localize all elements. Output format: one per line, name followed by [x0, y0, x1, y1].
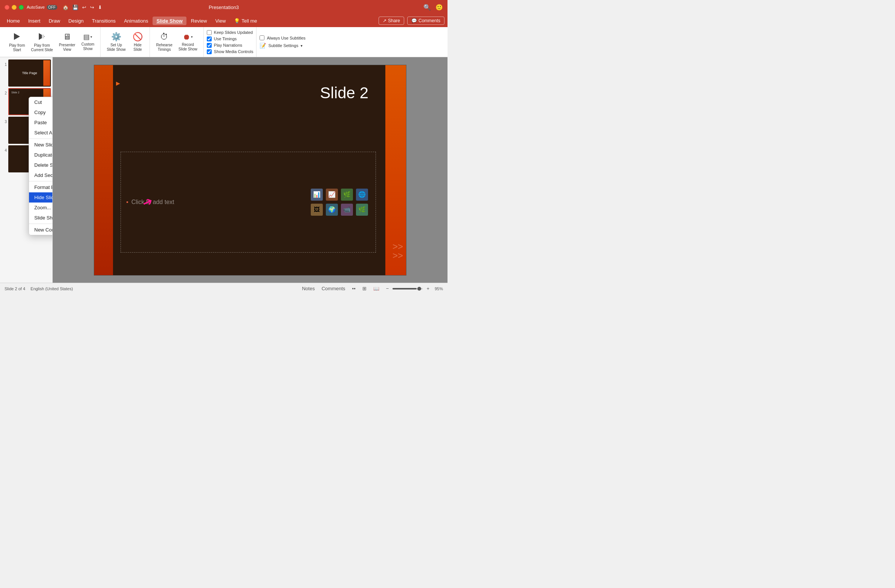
use-timings-checkbox[interactable]: [207, 37, 212, 41]
autosave-toggle[interactable]: OFF: [47, 5, 57, 10]
status-comments-button[interactable]: Comments: [320, 285, 347, 292]
play-narrations-checkbox[interactable]: [207, 43, 212, 48]
traffic-lights[interactable]: [5, 5, 24, 10]
comments-button[interactable]: 💬Comments: [407, 17, 444, 25]
normal-view-button[interactable]: ▪▪: [351, 285, 357, 292]
show-media-label: Show Media Controls: [214, 49, 254, 54]
title-bar-controls: 🏠 💾 ↩ ↪ ⬇: [63, 5, 102, 10]
customize-icon[interactable]: ⬇: [98, 5, 102, 10]
close-button[interactable]: [5, 5, 9, 10]
search-icon[interactable]: 🔍: [423, 4, 431, 11]
ctx-select-all[interactable]: Select All ⌘A: [29, 128, 53, 138]
menu-draw[interactable]: Draw: [45, 17, 64, 25]
slide-thumbnail-1[interactable]: Title Page: [8, 59, 51, 87]
ctx-new-slide[interactable]: New Slide ⇧⌘N: [29, 140, 53, 150]
ctx-divider-3: [29, 224, 53, 224]
ctx-delete[interactable]: Delete Slide: [29, 160, 53, 170]
reading-view-button[interactable]: 📖: [372, 285, 381, 292]
ribbon-btn-play-current[interactable]: Play fromCurrent Slide: [28, 30, 56, 54]
play-narrations-option[interactable]: Play Narrations: [207, 43, 242, 48]
always-subtitles-option[interactable]: Always Use Subtitles: [260, 35, 305, 40]
ctx-new-comment-label: New Comment: [34, 227, 53, 233]
ctx-slide-show-label: Slide Show: [34, 215, 53, 221]
menu-insert[interactable]: Insert: [24, 17, 44, 25]
slide-num-3: 3: [2, 120, 7, 124]
title-bar: AutoSave OFF 🏠 💾 ↩ ↪ ⬇ Presentation3 🔍 🙂: [0, 0, 448, 14]
content-icon-video: 📹: [341, 204, 353, 216]
menu-animations[interactable]: Animations: [120, 17, 152, 25]
menu-home[interactable]: Home: [3, 17, 24, 25]
use-timings-option[interactable]: Use Timings: [207, 37, 237, 41]
undo-icon[interactable]: ↩: [82, 5, 86, 10]
menu-design[interactable]: Design: [65, 17, 87, 25]
emoji-icon[interactable]: 🙂: [435, 4, 443, 11]
play-start-icon: [14, 32, 20, 42]
ctx-copy[interactable]: Copy ⌘C: [29, 107, 53, 117]
subtitle-settings-option[interactable]: 📝 Subtitle Settings ▾: [260, 43, 302, 49]
ribbon-btn-setup[interactable]: ⚙️ Set UpSlide Show: [104, 30, 128, 53]
slide-thumb-1: 1 Title Page: [2, 59, 51, 87]
ctx-copy-label: Copy: [34, 110, 46, 115]
keep-updated-checkbox[interactable]: [207, 30, 212, 35]
ctx-slide-show[interactable]: Slide Show ⇧⌘↵: [29, 213, 53, 223]
content-icon-table: 📊: [311, 189, 323, 201]
ctx-duplicate[interactable]: Duplicate Slide ⇧⌘D: [29, 150, 53, 160]
ctx-add-section[interactable]: Add Section: [29, 170, 53, 180]
zoom-slider-fill: [393, 288, 417, 289]
ctx-new-comment[interactable]: New Comment ⇧⌘M: [29, 225, 53, 235]
show-media-checkbox[interactable]: [207, 49, 212, 54]
menu-review[interactable]: Review: [187, 17, 211, 25]
home-icon[interactable]: 🏠: [63, 5, 69, 10]
zoom-level[interactable]: 95%: [435, 286, 443, 291]
ctx-zoom[interactable]: Zoom...: [29, 203, 53, 213]
menu-view[interactable]: View: [211, 17, 229, 25]
setup-label: Set UpSlide Show: [107, 43, 125, 52]
record-label: RecordSlide Show: [179, 43, 197, 52]
status-bar: Slide 2 of 4 English (United States) Not…: [0, 283, 448, 294]
fullscreen-button[interactable]: [19, 5, 24, 10]
menu-tell-me[interactable]: 💡 Tell me: [230, 17, 261, 25]
ribbon-btn-custom[interactable]: ▤ ▾ CustomShow: [78, 31, 97, 53]
slide-main-title: Slide 2: [320, 84, 368, 102]
window-title: Presentation3: [209, 5, 239, 10]
ribbon-btn-hide[interactable]: 🚫 HideSlide: [128, 30, 147, 53]
zoom-out-button[interactable]: −: [385, 285, 391, 292]
save-icon[interactable]: 💾: [72, 5, 78, 10]
record-icon: ⏺ ▾: [183, 33, 193, 41]
zoom-handle[interactable]: [417, 287, 421, 291]
minimize-button[interactable]: [12, 5, 17, 10]
menu-transitions[interactable]: Transitions: [88, 17, 119, 25]
ribbon-btn-presenter[interactable]: 🖥 PresenterView: [56, 30, 78, 53]
ctx-paste[interactable]: Paste ⌘V: [29, 117, 53, 128]
notes-button[interactable]: Notes: [301, 285, 316, 292]
ctx-hide-slide[interactable]: Hide Slide: [29, 192, 53, 203]
ctx-divider-2: [29, 181, 53, 181]
ctx-cut[interactable]: Cut ⌘X: [29, 97, 53, 107]
ctx-delete-label: Delete Slide: [34, 162, 53, 168]
menu-slideshow[interactable]: Slide Show: [153, 17, 186, 25]
show-media-option[interactable]: Show Media Controls: [207, 49, 254, 54]
ctx-paste-label: Paste: [34, 120, 47, 125]
content-icon-picture: 🖼: [311, 204, 323, 216]
ribbon-btn-rehearse[interactable]: ⏱ RehearseTimings: [153, 30, 175, 53]
hide-label: HideSlide: [133, 43, 142, 52]
slide-content-area[interactable]: Click to add text 📊 📈 🌿 🌐 🖼 🌍 📹 🌿: [121, 152, 376, 253]
use-timings-label: Use Timings: [214, 37, 237, 41]
ctx-format-bg[interactable]: Format Background...: [29, 182, 53, 192]
ribbon-btn-record[interactable]: ⏺ ▾ RecordSlide Show: [176, 31, 200, 53]
custom-show-icon: ▤ ▾: [83, 33, 92, 41]
share-button[interactable]: ↗Share: [379, 17, 404, 25]
slide-sorter-button[interactable]: ⊞: [361, 285, 368, 292]
keep-updated-option[interactable]: Keep Slides Updated: [207, 30, 253, 35]
zoom-in-button[interactable]: +: [425, 285, 431, 292]
ctx-hide-slide-label: Hide Slide: [34, 195, 53, 200]
always-subtitles-checkbox[interactable]: [260, 35, 264, 40]
ribbon-btn-play-start[interactable]: Play fromStart: [6, 30, 28, 54]
slide-left-accent: [94, 65, 113, 275]
rehearse-label: RehearseTimings: [156, 43, 172, 52]
redo-icon[interactable]: ↪: [90, 5, 94, 10]
zoom-slider[interactable]: [393, 288, 423, 289]
slide-area[interactable]: >>>> Slide 2 ▶ Click to add text 📊 📈 🌿 🌐…: [53, 57, 448, 283]
subtitle-settings-label: Subtitle Settings: [268, 43, 298, 48]
ctx-format-bg-label: Format Background...: [34, 184, 53, 190]
